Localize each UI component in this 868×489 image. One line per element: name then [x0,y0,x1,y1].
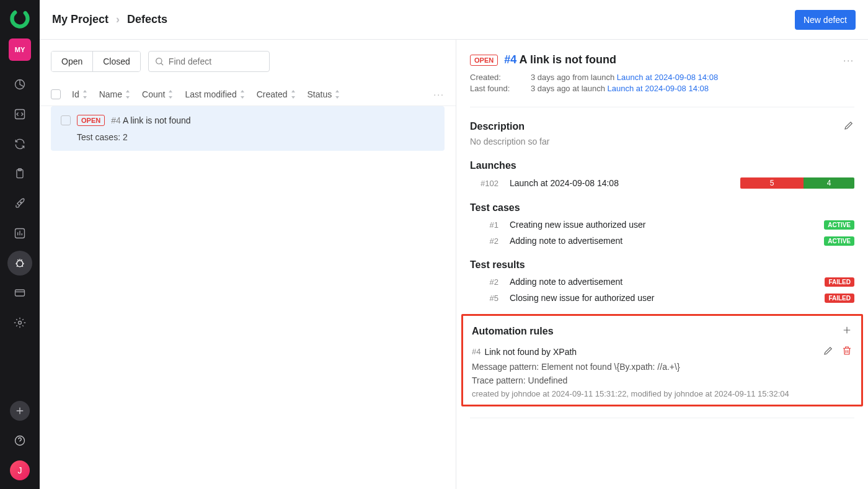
testresult-row[interactable]: #2 Adding note to advertisement FAILED [470,277,854,287]
app-logo [9,7,31,30]
svg-point-0 [9,7,31,30]
active-badge: ACTIVE [824,236,854,246]
help-icon [14,435,25,446]
svg-point-5 [20,202,22,204]
delete-rule-button[interactable] [841,345,852,358]
detail-status-badge: OPEN [470,55,498,66]
svg-point-9 [19,321,22,325]
created-label: Created: [470,73,520,82]
col-count[interactable]: Count [142,89,174,99]
rule-trace-pattern: Trace pattern: Undefined [472,375,852,385]
nav-defects[interactable] [7,251,32,276]
plus-icon [841,325,852,336]
clipboard-icon [14,168,26,180]
select-all-checkbox[interactable] [51,89,61,99]
search-input[interactable] [148,51,270,72]
help-button[interactable] [10,431,30,451]
pencil-icon [843,120,854,131]
description-heading: Description [470,121,525,132]
user-avatar[interactable]: J [10,460,30,480]
nav-code[interactable] [7,102,32,127]
nav-dashboards[interactable] [7,72,32,97]
row-testcases: Test cases: 2 [61,132,435,142]
bug-icon [14,257,26,269]
plus-icon [14,405,25,416]
failed-badge: FAILED [825,294,854,303]
filter-open[interactable]: Open [51,52,92,71]
card-icon [14,287,26,299]
sidebar: MY J [0,0,40,489]
svg-rect-8 [16,290,25,296]
table-columns-menu[interactable]: ··· [433,89,445,99]
defect-detail-pane: OPEN #4 A link is not found ··· Created:… [456,40,868,489]
nav-cycle[interactable] [7,132,32,156]
active-badge: ACTIVE [824,220,854,230]
bars-icon [14,227,26,240]
launch-row[interactable]: #102 Launch at 2024-09-08 14:08 5 4 [470,177,854,189]
pencil-icon [823,345,834,356]
gear-icon [14,316,26,329]
lastfound-label: Last found: [470,84,520,93]
trash-icon [841,345,852,356]
lastfound-launch-link[interactable]: Launch at 2024-09-08 14:08 [608,84,709,93]
table-header: Id Name Count Last modified Created Stat… [40,83,456,106]
rule-meta: created by johndoe at 2024-09-11 15:31:2… [472,389,852,398]
col-name[interactable]: Name [99,89,131,99]
rule-name: Link not found by XPath [484,347,577,357]
col-lastmodified[interactable]: Last modified [185,89,245,99]
code-icon [14,108,26,120]
detail-title: #4 A link is not found [504,53,616,66]
chevron-right-icon: › [116,13,120,26]
refresh-icon [14,138,26,150]
col-id[interactable]: Id [72,89,88,99]
nav-clipboard[interactable] [7,161,32,186]
edit-description-button[interactable] [843,120,854,133]
header: My Project › Defects New defect [40,0,868,40]
testcase-row[interactable]: #2 Adding note to advertisement ACTIVE [470,236,854,246]
defect-row[interactable]: OPEN #4 A link is not found Test cases: … [51,106,445,151]
row-checkbox[interactable] [61,115,71,125]
status-badge: OPEN [77,115,105,126]
search-icon [154,56,164,66]
svg-point-11 [156,58,162,64]
add-button[interactable] [10,401,30,421]
automation-rules-section: Automation rules #4 Link not found by XP… [461,314,863,406]
add-rule-button[interactable] [841,325,852,338]
breadcrumb-project[interactable]: My Project [52,13,108,26]
testresult-row[interactable]: #5 Closing new issue for authorized user… [470,293,854,303]
rocket-icon [14,197,26,210]
col-status[interactable]: Status [308,89,341,99]
failed-badge: FAILED [825,277,854,287]
testcase-row[interactable]: #1 Creating new issue authorized user AC… [470,220,854,230]
nav-settings[interactable] [7,310,32,335]
breadcrumb: My Project › Defects [52,13,167,26]
edit-rule-button[interactable] [823,345,834,358]
automation-heading: Automation rules [472,326,554,337]
new-defect-button[interactable]: New defect [795,10,856,30]
detail-more-menu[interactable]: ··· [843,55,854,65]
testresults-heading: Test results [470,259,525,271]
breadcrumb-section: Defects [127,13,167,26]
nav-analytics[interactable] [7,221,32,246]
description-empty: No description so far [470,137,854,146]
row-title: #4 A link is not found [111,115,190,125]
created-launch-link[interactable]: Launch at 2024-09-08 14:08 [617,73,718,82]
col-created[interactable]: Created [257,89,296,99]
testcases-heading: Test cases [470,202,520,213]
launch-stats-bar: 5 4 [740,177,854,189]
pie-icon [14,78,26,91]
launches-heading: Launches [470,160,516,171]
nav-payments[interactable] [7,280,32,305]
filter-closed[interactable]: Closed [92,52,140,71]
status-filter-segment: Open Closed [51,51,141,72]
project-badge[interactable]: MY [9,38,31,61]
rule-message-pattern: Message pattern: Element not found \{By.… [472,362,852,372]
defects-list-pane: Open Closed Id Name Count Last modified … [40,40,456,489]
nav-rocket[interactable] [7,191,32,216]
